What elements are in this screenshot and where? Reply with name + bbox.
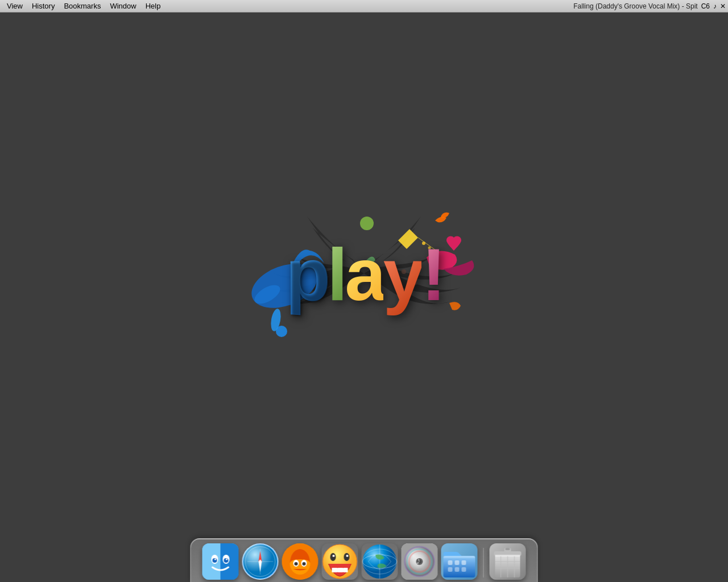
dock-item-downloads[interactable] xyxy=(441,543,478,582)
menu-bookmarks[interactable]: Bookmarks xyxy=(59,1,105,11)
dock-item-southpark[interactable] xyxy=(282,543,318,582)
svg-point-18 xyxy=(214,559,216,560)
dock-item-safari[interactable] xyxy=(242,543,279,582)
svg-point-37 xyxy=(333,555,335,557)
letter-l: l xyxy=(327,232,345,317)
svg-rect-40 xyxy=(338,568,344,572)
downloads-folder-icon xyxy=(441,543,478,580)
svg-rect-59 xyxy=(448,567,453,572)
svg-point-36 xyxy=(344,553,350,561)
svg-rect-55 xyxy=(444,556,475,577)
letter-a: a xyxy=(345,232,383,317)
menubar: View History Bookmarks Window Help Falli… xyxy=(0,0,728,13)
dock-separator xyxy=(483,548,484,577)
letter-y: y xyxy=(383,232,421,317)
svg-rect-14 xyxy=(221,543,239,580)
itunes-icon: ♪ xyxy=(402,543,438,580)
svg-text:♪: ♪ xyxy=(416,556,421,566)
now-playing-title: Falling (Daddy's Groove Vocal Mix) - Spi… xyxy=(573,2,697,10)
menu-help[interactable]: Help xyxy=(141,1,166,11)
safari-icon xyxy=(242,543,279,580)
menu-c6: C6 xyxy=(701,2,710,10)
svg-rect-72 xyxy=(495,555,520,556)
svg-rect-60 xyxy=(455,567,460,572)
dock-item-itunes[interactable]: ♪ xyxy=(402,543,438,582)
svg-point-38 xyxy=(346,555,349,557)
menu-history[interactable]: History xyxy=(27,1,59,11)
menu-window[interactable]: Window xyxy=(105,1,140,11)
play-text: play! xyxy=(285,232,443,317)
menubar-right: Falling (Daddy's Groove Vocal Mix) - Spi… xyxy=(573,2,726,10)
menu-view[interactable]: View xyxy=(2,1,27,11)
dock: ♪ xyxy=(191,538,538,582)
desktop: play! xyxy=(0,13,728,582)
dock-item-trash[interactable] xyxy=(490,543,526,582)
svg-point-32 xyxy=(295,562,298,566)
menu-close-icon[interactable]: ✕ xyxy=(720,2,726,10)
dock-item-smiley[interactable] xyxy=(322,543,358,582)
svg-rect-58 xyxy=(462,560,466,565)
svg-rect-41 xyxy=(344,568,348,572)
menu-note-icon: ♪ xyxy=(713,2,717,10)
svg-rect-39 xyxy=(332,568,338,572)
letter-p: p xyxy=(286,230,327,318)
letter-exclaim: ! xyxy=(421,232,443,317)
svg-rect-62 xyxy=(444,556,475,558)
svg-point-33 xyxy=(303,562,306,566)
svg-rect-56 xyxy=(448,560,453,565)
play-artwork: play! xyxy=(222,172,506,377)
dock-item-network[interactable] xyxy=(362,543,398,582)
svg-rect-61 xyxy=(462,567,466,572)
svg-point-21 xyxy=(226,559,228,560)
trash-icon xyxy=(490,543,526,580)
svg-rect-71 xyxy=(506,548,510,550)
globe-icon xyxy=(362,543,398,580)
smiley-icon xyxy=(322,543,358,580)
svg-rect-57 xyxy=(455,560,460,565)
southpark-icon xyxy=(282,543,318,580)
svg-rect-13 xyxy=(202,543,221,580)
finder-icon xyxy=(202,543,239,580)
svg-point-35 xyxy=(330,553,336,561)
dock-item-finder[interactable] xyxy=(202,543,239,582)
